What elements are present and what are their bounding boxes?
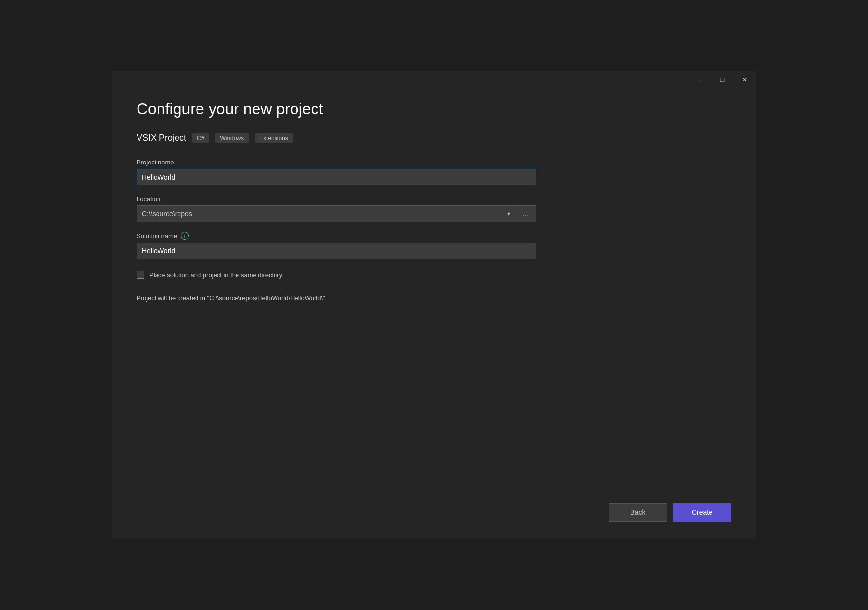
maximize-button[interactable]: □ — [711, 71, 733, 88]
create-button[interactable]: Create — [673, 503, 731, 522]
tag-windows: Windows — [215, 133, 249, 143]
same-directory-label[interactable]: Place solution and project in the same d… — [149, 271, 282, 279]
configure-project-dialog: ─ □ ✕ Configure your new project VSIX Pr… — [112, 71, 756, 539]
project-name-label: Project name — [137, 159, 731, 166]
location-select-wrapper: C:\\source\repos ▾ — [137, 205, 514, 222]
location-group: Location C:\\source\repos ▾ ... — [137, 195, 731, 222]
footer-buttons: Back Create — [609, 503, 731, 522]
project-type-row: VSIX Project C# Windows Extensions — [137, 133, 731, 143]
minimize-button[interactable]: ─ — [689, 71, 711, 88]
solution-name-input[interactable] — [137, 243, 536, 259]
page-title: Configure your new project — [137, 100, 731, 118]
tag-extensions: Extensions — [255, 133, 293, 143]
close-button[interactable]: ✕ — [733, 71, 756, 88]
project-type-label: VSIX Project — [137, 133, 186, 143]
location-select[interactable]: C:\\source\repos — [137, 205, 514, 222]
title-bar: ─ □ ✕ — [689, 71, 756, 88]
solution-name-label: Solution name i — [137, 232, 731, 240]
browse-button[interactable]: ... — [514, 205, 536, 222]
solution-name-info-icon[interactable]: i — [181, 232, 189, 240]
location-row: C:\\source\repos ▾ ... — [137, 205, 536, 222]
same-directory-row: Place solution and project in the same d… — [137, 271, 731, 279]
project-path-info: Project will be created in "C:\\source\r… — [137, 294, 731, 302]
project-name-input[interactable] — [137, 169, 536, 185]
solution-name-group: Solution name i — [137, 232, 731, 259]
back-button[interactable]: Back — [609, 503, 667, 522]
same-directory-checkbox[interactable] — [137, 271, 144, 279]
location-label: Location — [137, 195, 731, 203]
project-name-group: Project name — [137, 159, 731, 185]
tag-csharp: C# — [192, 133, 209, 143]
